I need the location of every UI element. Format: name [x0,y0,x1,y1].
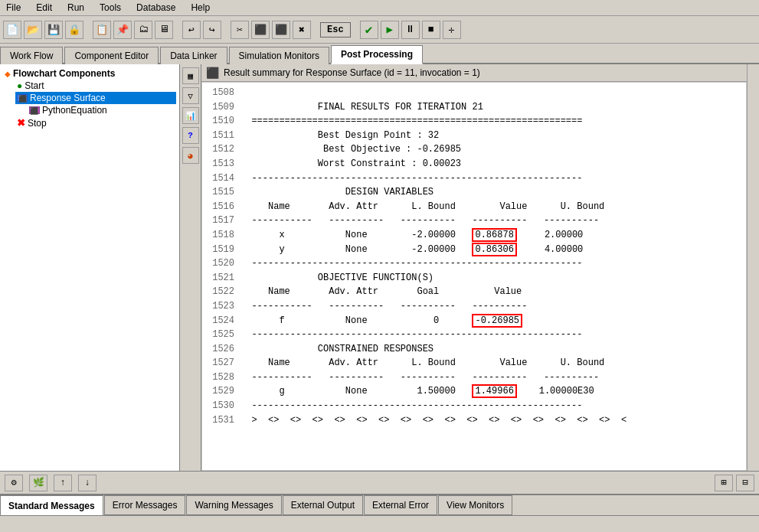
start-icon: ● [17,80,22,91]
menu-edit[interactable]: Edit [33,2,55,14]
line-number: 1514 [205,171,234,186]
new-button[interactable]: 📄 [3,21,21,39]
line-number: 1524 [205,314,234,328]
tab-post-processing[interactable]: Post Processing [331,45,423,64]
tab-bar-bottom: Standard Messages Error Messages Warning… [0,494,759,515]
menu-file[interactable]: File [3,2,24,14]
stop-button[interactable]: ■ [422,21,440,39]
copy2-button[interactable]: ⬛ [251,21,270,39]
line-number: 1515 [205,185,234,200]
bottom-btn-3[interactable]: ↑ [54,475,72,491]
text-line-1529: 1529 g None 1.50000 1.49966 1.00000E30 [205,384,743,399]
undo-button[interactable]: ↩ [182,21,201,39]
main-area: ◆ Flowchart Components ● Start ⬛ Respons… [0,64,759,471]
status-bar [0,515,759,529]
tab-workflow[interactable]: Work Flow [0,47,63,64]
text-line-1528: 1528 ----------- ---------- ---------- -… [205,370,743,385]
tab-external-error[interactable]: External Error [364,495,437,515]
bottom-btn-1[interactable]: ⚙ [5,475,23,491]
line-number: 1512 [205,142,234,157]
bottom-right-icons: ⊞ ⊟ [715,475,754,491]
text-line-1514: 1514 -----------------------------------… [205,171,743,186]
text-line-1530: 1530 -----------------------------------… [205,399,743,413]
save-as-button[interactable]: 🔒 [65,21,83,39]
bottom-btn-2[interactable]: 🌿 [29,475,47,491]
line-number: 1518 [205,228,234,243]
stop-icon: ✖ [17,117,25,129]
component-button[interactable]: 🗂 [134,21,152,39]
menu-help[interactable]: Help [188,2,213,14]
paste2-button[interactable]: ⬛ [272,21,290,39]
line-number: 1525 [205,328,234,342]
text-line-1511: 1511 Best Design Point : 32 [205,129,743,143]
line-number: 1531 [205,413,234,428]
text-line-1516: 1516 Name Adv. Attr L. Bound Value U. Bo… [205,200,743,214]
line-number: 1510 [205,114,234,129]
tab-view-monitors[interactable]: View Monitors [438,495,512,515]
sidebar-header: ◆ Flowchart Components [3,67,176,80]
tab-component-editor[interactable]: Component Editor [64,47,159,64]
highlighted-value: 1.49966 [472,384,516,398]
open-button[interactable]: 📂 [24,21,42,39]
highlighted-value: -0.26985 [472,314,522,328]
tool-filter[interactable]: ▽ [182,87,199,104]
tool-table[interactable]: ▦ [182,67,199,84]
redo-button[interactable]: ↪ [203,21,221,39]
text-line-1527: 1527 Name Adv. Attr L. Bound Value U. Bo… [205,356,743,370]
line-number: 1519 [205,243,234,257]
text-line-1518: 1518 x None -2.00000 0.86878 2.00000 [205,228,743,243]
play-button[interactable]: ▶ [381,21,399,39]
text-area[interactable]: 15081509 FINAL RESULTS FOR ITERATION 211… [201,82,747,471]
tab-warning-messages[interactable]: Warning Messages [186,495,281,515]
delete-button[interactable]: ✖ [293,21,311,39]
tab-external-output[interactable]: External Output [283,495,363,515]
line-number: 1528 [205,370,234,385]
menu-tools[interactable]: Tools [97,2,124,14]
content-panel: ⬛ Result summary for Response Surface (i… [201,64,747,471]
tool-pie[interactable]: ◕ [182,147,199,164]
text-line-1513: 1513 Worst Constraint : 0.00023 [205,157,743,171]
check-button[interactable]: ✔ [360,21,378,39]
toolbar: 📄 📂 💾 🔒 📋 📌 🗂 🖥 ↩ ↪ ✂ ⬛ ⬛ ✖ Esc ✔ ▶ ⏸ ■ … [0,16,759,44]
result-header-text: Result summary for Response Surface (id … [224,67,480,78]
sidebar-item-start[interactable]: ● Start [15,80,176,92]
monitor-button[interactable]: 🖥 [155,21,173,39]
text-line-1524: 1524 f None 0 -0.26985 [205,314,743,328]
sidebar-item-stop[interactable]: ✖ Stop [15,116,176,129]
text-line-1508: 1508 [205,86,743,100]
scrollbar[interactable] [747,64,759,471]
line-number: 1523 [205,299,234,314]
paste-button[interactable]: 📌 [113,21,132,39]
text-line-1521: 1521 OBJECTIVE FUNCTION(S) [205,271,743,286]
view-icon-2[interactable]: ⊟ [736,475,754,491]
text-line-1520: 1520 -----------------------------------… [205,256,743,271]
line-number: 1521 [205,271,234,286]
tool-chart[interactable]: 📊 [182,107,199,124]
line-number: 1529 [205,384,234,399]
pause-button[interactable]: ⏸ [401,21,420,39]
line-number: 1522 [205,285,234,299]
tab-simulation-monitors[interactable]: Simulation Monitors [229,47,329,64]
tab-error-messages[interactable]: Error Messages [104,495,186,515]
save-button[interactable]: 💾 [44,21,63,39]
tab-standard-messages[interactable]: Standard Messages [0,495,103,515]
cut-button[interactable]: ✂ [231,21,249,39]
menu-run[interactable]: Run [64,2,87,14]
sidebar-item-python[interactable]: ⬛ PythonEquation [28,104,176,116]
sidebar-item-response-surface-label: Response Surface [30,93,106,103]
reset-button[interactable]: ✛ [443,21,461,39]
copy-button[interactable]: 📋 [93,21,111,39]
tab-data-linker[interactable]: Data Linker [160,47,227,64]
line-number: 1526 [205,342,234,357]
line-number: 1516 [205,200,234,214]
esc-button[interactable]: Esc [320,22,351,38]
bottom-btn-4[interactable]: ↓ [78,475,97,491]
text-line-1509: 1509 FINAL RESULTS FOR ITERATION 21 [205,100,743,115]
text-line-1531: 1531 > <> <> <> <> <> <> <> <> <> <> <> … [205,413,743,428]
sidebar-item-response-surface[interactable]: ⬛ Response Surface [15,92,176,104]
view-icon-1[interactable]: ⊞ [715,475,733,491]
tool-help[interactable]: ? [182,127,199,144]
text-line-1525: 1525 -----------------------------------… [205,328,743,342]
menu-database[interactable]: Database [133,2,178,14]
text-line-1519: 1519 y None -2.00000 0.86306 4.00000 [205,243,743,257]
